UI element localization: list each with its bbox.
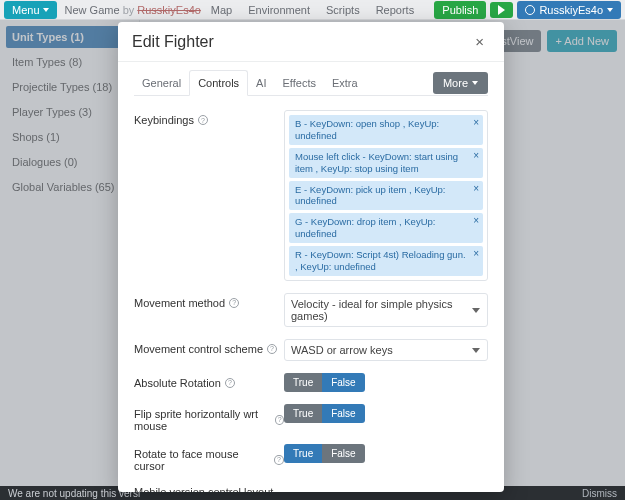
user-menu[interactable]: RusskiyEs4o — [517, 1, 621, 19]
help-icon[interactable]: ? — [198, 115, 208, 125]
label-movement-method: Movement method ? — [134, 293, 284, 309]
keybind-tag[interactable]: R - KeyDown: Script 4st) Reloading gun. … — [289, 246, 483, 276]
remove-tag-icon[interactable]: × — [473, 248, 479, 261]
edit-fighter-modal: Edit Fighter × General Controls AI Effec… — [118, 22, 504, 492]
movement-method-select[interactable]: Velocity - ideal for simple physics game… — [284, 293, 488, 327]
help-icon[interactable]: ? — [225, 378, 235, 388]
mobile-section-title: Mobile version control layout — [134, 486, 488, 492]
document-title: New Game by RusskiyEs4o — [65, 4, 201, 16]
label-flip-sprite: Flip sprite horizontally wrt mouse ? — [134, 404, 284, 432]
label-movement-scheme: Movement control scheme ? — [134, 339, 284, 355]
remove-tag-icon[interactable]: × — [473, 117, 479, 130]
movement-scheme-select[interactable]: WASD or arrow keys — [284, 339, 488, 361]
toggle-true[interactable]: True — [284, 373, 322, 392]
nav-environment[interactable]: Environment — [248, 4, 310, 16]
help-icon[interactable]: ? — [267, 344, 277, 354]
label-rotate-cursor: Rotate to face mouse cursor ? — [134, 444, 284, 472]
modal-title: Edit Fighter — [132, 33, 214, 51]
menu-label: Menu — [12, 4, 40, 16]
tab-extra[interactable]: Extra — [324, 71, 366, 95]
remove-tag-icon[interactable]: × — [473, 183, 479, 196]
modal-tabs: General Controls AI Effects Extra More — [134, 70, 488, 96]
nav-reports[interactable]: Reports — [376, 4, 415, 16]
tab-effects[interactable]: Effects — [275, 71, 324, 95]
top-bar: Menu New Game by RusskiyEs4o Map Environ… — [0, 0, 625, 20]
label-absolute-rotation: Absolute Rotation ? — [134, 373, 284, 389]
caret-down-icon — [607, 8, 613, 12]
toggle-false[interactable]: False — [322, 444, 364, 463]
flip-sprite-toggle[interactable]: True False — [284, 404, 365, 423]
play-icon — [498, 5, 505, 15]
keybind-tag[interactable]: Mouse left click - KeyDown: start using … — [289, 148, 483, 178]
caret-down-icon — [43, 8, 49, 12]
user-icon — [525, 5, 535, 15]
toggle-false[interactable]: False — [322, 373, 364, 392]
toggle-true[interactable]: True — [284, 444, 322, 463]
play-button[interactable] — [490, 2, 513, 18]
tab-general[interactable]: General — [134, 71, 189, 95]
help-icon[interactable]: ? — [229, 298, 239, 308]
label-keybindings: Keybindings ? — [134, 110, 284, 126]
toggle-true[interactable]: True — [284, 404, 322, 423]
help-icon[interactable]: ? — [274, 455, 284, 465]
modal-body: General Controls AI Effects Extra More K… — [118, 62, 504, 492]
keybind-tag[interactable]: E - KeyDown: pick up item , KeyUp: undef… — [289, 181, 483, 211]
modal-close-button[interactable]: × — [469, 32, 490, 51]
dismiss-link[interactable]: Dismiss — [582, 488, 617, 499]
rotate-cursor-toggle[interactable]: True False — [284, 444, 365, 463]
absolute-rotation-toggle[interactable]: True False — [284, 373, 365, 392]
modal-header: Edit Fighter × — [118, 22, 504, 62]
publish-button[interactable]: Publish — [434, 1, 486, 19]
tab-controls[interactable]: Controls — [189, 70, 248, 96]
remove-tag-icon[interactable]: × — [473, 215, 479, 228]
nav-map[interactable]: Map — [211, 4, 232, 16]
caret-down-icon — [472, 81, 478, 85]
help-icon[interactable]: ? — [275, 415, 284, 425]
keybindings-field[interactable]: B - KeyDown: open shop , KeyUp: undefine… — [284, 110, 488, 281]
remove-tag-icon[interactable]: × — [473, 150, 479, 163]
more-button[interactable]: More — [433, 72, 488, 94]
top-nav: Map Environment Scripts Reports — [211, 4, 414, 16]
keybind-tag[interactable]: G - KeyDown: drop item , KeyUp: undefine… — [289, 213, 483, 243]
nav-scripts[interactable]: Scripts — [326, 4, 360, 16]
menu-button[interactable]: Menu — [4, 1, 57, 19]
tab-ai[interactable]: AI — [248, 71, 274, 95]
keybind-tag[interactable]: B - KeyDown: open shop , KeyUp: undefine… — [289, 115, 483, 145]
toggle-false[interactable]: False — [322, 404, 364, 423]
